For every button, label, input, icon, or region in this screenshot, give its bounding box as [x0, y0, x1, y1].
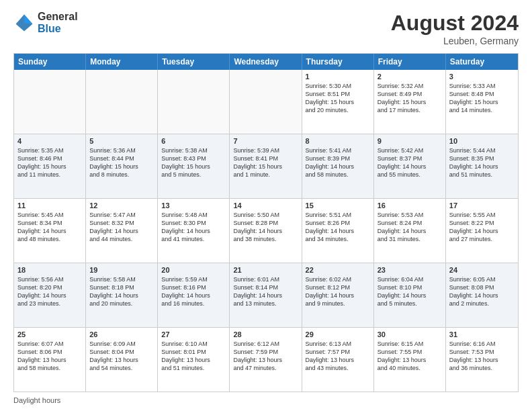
cal-cell: 4Sunrise: 5:35 AM Sunset: 8:46 PM Daylig…	[14, 134, 86, 198]
day-number: 21	[233, 266, 298, 274]
day-number: 22	[306, 266, 370, 274]
logo: General Blue	[13, 11, 78, 34]
cal-cell: 25Sunrise: 6:07 AM Sunset: 8:06 PM Dayli…	[14, 328, 86, 392]
day-info: Sunrise: 5:58 AM Sunset: 8:18 PM Dayligh…	[89, 275, 154, 308]
day-number: 1	[306, 73, 370, 81]
cal-cell: 11Sunrise: 5:45 AM Sunset: 8:34 PM Dayli…	[14, 199, 86, 263]
day-info: Sunrise: 5:38 AM Sunset: 8:43 PM Dayligh…	[161, 146, 226, 179]
day-number: 13	[161, 201, 226, 210]
cal-cell: 7Sunrise: 5:39 AM Sunset: 8:41 PM Daylig…	[230, 134, 302, 198]
cal-cell: 9Sunrise: 5:42 AM Sunset: 8:37 PM Daylig…	[374, 134, 446, 198]
cal-row-3: 11Sunrise: 5:45 AM Sunset: 8:34 PM Dayli…	[14, 199, 518, 263]
day-number: 23	[378, 266, 442, 274]
day-number: 27	[161, 330, 226, 338]
location: Leuben, Germany	[391, 36, 519, 46]
generalblue-icon	[13, 12, 35, 34]
cal-cell: 28Sunrise: 6:12 AM Sunset: 7:59 PM Dayli…	[230, 328, 302, 392]
cal-cell	[158, 70, 230, 134]
day-info: Sunrise: 5:53 AM Sunset: 8:24 PM Dayligh…	[378, 211, 442, 244]
cal-row-2: 4Sunrise: 5:35 AM Sunset: 8:46 PM Daylig…	[14, 134, 518, 199]
day-number: 9	[378, 137, 442, 145]
cal-cell	[86, 70, 158, 134]
logo-general-text: General	[38, 11, 78, 23]
day-number: 7	[233, 137, 298, 145]
day-info: Sunrise: 6:13 AM Sunset: 7:57 PM Dayligh…	[306, 340, 370, 373]
cal-cell: 10Sunrise: 5:44 AM Sunset: 8:35 PM Dayli…	[446, 134, 518, 198]
cal-cell: 26Sunrise: 6:09 AM Sunset: 8:04 PM Dayli…	[86, 328, 158, 392]
cal-cell: 16Sunrise: 5:53 AM Sunset: 8:24 PM Dayli…	[374, 199, 446, 263]
cal-header-cell-thursday: Thursday	[302, 54, 374, 70]
day-number: 29	[306, 330, 370, 338]
day-number: 31	[449, 330, 515, 338]
day-number: 28	[233, 330, 298, 338]
day-number: 14	[233, 201, 298, 210]
cal-cell: 27Sunrise: 6:10 AM Sunset: 8:01 PM Dayli…	[158, 328, 230, 392]
cal-header-cell-friday: Friday	[374, 54, 446, 70]
day-number: 5	[89, 137, 154, 145]
day-info: Sunrise: 5:51 AM Sunset: 8:26 PM Dayligh…	[306, 211, 370, 244]
cal-cell: 21Sunrise: 6:01 AM Sunset: 8:14 PM Dayli…	[230, 263, 302, 327]
cal-cell: 14Sunrise: 5:50 AM Sunset: 8:28 PM Dayli…	[230, 199, 302, 263]
cal-cell: 2Sunrise: 5:32 AM Sunset: 8:49 PM Daylig…	[374, 70, 446, 134]
cal-cell: 30Sunrise: 6:15 AM Sunset: 7:55 PM Dayli…	[374, 328, 446, 392]
day-number: 6	[161, 137, 226, 145]
footer-note: Daylight hours	[13, 396, 519, 404]
cal-cell: 1Sunrise: 5:30 AM Sunset: 8:51 PM Daylig…	[302, 70, 374, 134]
day-info: Sunrise: 5:59 AM Sunset: 8:16 PM Dayligh…	[161, 275, 226, 308]
cal-cell: 8Sunrise: 5:41 AM Sunset: 8:39 PM Daylig…	[302, 134, 374, 198]
day-number: 10	[449, 137, 515, 145]
cal-cell	[230, 70, 302, 134]
day-info: Sunrise: 6:10 AM Sunset: 8:01 PM Dayligh…	[161, 340, 226, 373]
day-info: Sunrise: 5:47 AM Sunset: 8:32 PM Dayligh…	[89, 211, 154, 244]
day-number: 2	[378, 73, 442, 81]
cal-cell: 23Sunrise: 6:04 AM Sunset: 8:10 PM Dayli…	[374, 263, 446, 327]
cal-cell: 22Sunrise: 6:02 AM Sunset: 8:12 PM Dayli…	[302, 263, 374, 327]
cal-cell: 15Sunrise: 5:51 AM Sunset: 8:26 PM Dayli…	[302, 199, 374, 263]
day-info: Sunrise: 6:16 AM Sunset: 7:53 PM Dayligh…	[449, 340, 515, 373]
cal-cell: 5Sunrise: 5:36 AM Sunset: 8:44 PM Daylig…	[86, 134, 158, 198]
day-info: Sunrise: 5:36 AM Sunset: 8:44 PM Dayligh…	[89, 146, 154, 179]
header: General Blue August 2024 Leuben, Germany	[13, 11, 519, 46]
day-info: Sunrise: 6:15 AM Sunset: 7:55 PM Dayligh…	[378, 340, 442, 373]
day-info: Sunrise: 5:45 AM Sunset: 8:34 PM Dayligh…	[17, 211, 82, 244]
day-number: 16	[378, 201, 442, 210]
cal-row-1: 1Sunrise: 5:30 AM Sunset: 8:51 PM Daylig…	[14, 70, 518, 134]
day-info: Sunrise: 6:12 AM Sunset: 7:59 PM Dayligh…	[233, 340, 298, 373]
cal-cell: 17Sunrise: 5:55 AM Sunset: 8:22 PM Dayli…	[446, 199, 518, 263]
svg-marker-1	[24, 14, 32, 24]
day-info: Sunrise: 6:04 AM Sunset: 8:10 PM Dayligh…	[378, 275, 442, 308]
cal-header-cell-saturday: Saturday	[446, 54, 518, 70]
calendar: SundayMondayTuesdayWednesdayThursdayFrid…	[13, 53, 519, 392]
cal-row-5: 25Sunrise: 6:07 AM Sunset: 8:06 PM Dayli…	[14, 328, 518, 392]
day-info: Sunrise: 5:55 AM Sunset: 8:22 PM Dayligh…	[449, 211, 515, 244]
cal-cell: 19Sunrise: 5:58 AM Sunset: 8:18 PM Dayli…	[86, 263, 158, 327]
day-info: Sunrise: 5:42 AM Sunset: 8:37 PM Dayligh…	[378, 146, 442, 179]
cal-header-cell-wednesday: Wednesday	[230, 54, 302, 70]
cal-cell	[14, 70, 86, 134]
day-number: 8	[306, 137, 370, 145]
day-info: Sunrise: 5:32 AM Sunset: 8:49 PM Dayligh…	[378, 82, 442, 115]
day-number: 17	[449, 201, 515, 210]
day-number: 11	[17, 201, 82, 210]
day-number: 15	[306, 201, 370, 210]
cal-cell: 18Sunrise: 5:56 AM Sunset: 8:20 PM Dayli…	[14, 263, 86, 327]
logo-blue-text: Blue	[38, 23, 78, 35]
cal-cell: 24Sunrise: 6:05 AM Sunset: 8:08 PM Dayli…	[446, 263, 518, 327]
day-number: 18	[17, 266, 82, 274]
day-info: Sunrise: 6:07 AM Sunset: 8:06 PM Dayligh…	[17, 340, 82, 373]
month-year: August 2024	[391, 11, 519, 36]
cal-cell: 31Sunrise: 6:16 AM Sunset: 7:53 PM Dayli…	[446, 328, 518, 392]
day-number: 24	[449, 266, 515, 274]
cal-cell: 20Sunrise: 5:59 AM Sunset: 8:16 PM Dayli…	[158, 263, 230, 327]
day-info: Sunrise: 5:30 AM Sunset: 8:51 PM Dayligh…	[306, 82, 370, 115]
day-number: 20	[161, 266, 226, 274]
cal-cell: 29Sunrise: 6:13 AM Sunset: 7:57 PM Dayli…	[302, 328, 374, 392]
page: General Blue August 2024 Leuben, Germany…	[0, 0, 532, 411]
day-number: 3	[449, 73, 515, 81]
day-info: Sunrise: 5:44 AM Sunset: 8:35 PM Dayligh…	[449, 146, 515, 179]
day-number: 19	[89, 266, 154, 274]
day-info: Sunrise: 5:56 AM Sunset: 8:20 PM Dayligh…	[17, 275, 82, 308]
cal-cell: 3Sunrise: 5:33 AM Sunset: 8:48 PM Daylig…	[446, 70, 518, 134]
day-number: 4	[17, 137, 82, 145]
day-number: 25	[17, 330, 82, 338]
